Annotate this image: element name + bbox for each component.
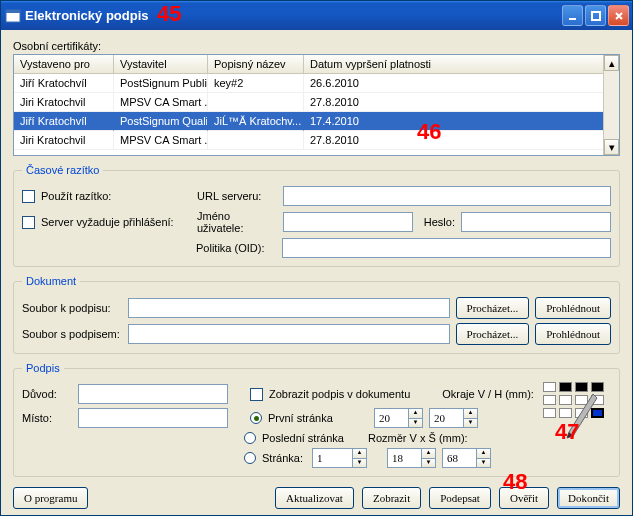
requires-login-label: Server vyžaduje přihlášení:: [41, 216, 191, 228]
browse-sign-button[interactable]: Procházet...: [456, 297, 530, 319]
col-friendly[interactable]: Popisný název: [208, 55, 304, 73]
last-page-label: Poslední stránka: [262, 432, 362, 444]
policy-input[interactable]: [282, 238, 611, 258]
col-expiry[interactable]: Datum vypršení platnosti: [304, 55, 619, 73]
pen-icon: [563, 392, 599, 444]
update-button[interactable]: Aktualizovat: [275, 487, 354, 509]
app-icon: [5, 8, 21, 24]
url-label: URL serveru:: [197, 190, 277, 202]
file-to-sign-label: Soubor k podpisu:: [22, 302, 122, 314]
page-input[interactable]: [312, 448, 352, 468]
page-spinner[interactable]: ▲▼: [312, 448, 367, 468]
spin-up-icon[interactable]: ▲: [476, 448, 491, 458]
spin-down-icon[interactable]: ▼: [476, 458, 491, 469]
maximize-button[interactable]: [585, 5, 606, 26]
table-row[interactable]: Jiri Kratochvil MPSV CA Smart ... 27.8.2…: [14, 131, 619, 150]
page-radio[interactable]: [244, 452, 256, 464]
place-input[interactable]: [78, 408, 228, 428]
username-input[interactable]: [283, 212, 413, 232]
window-root: Elektronický podpis Osobní certifikáty: …: [0, 0, 633, 516]
table-row-selected[interactable]: Jiří Kratochvíl PostSignum Quali... JiĹ™…: [14, 112, 619, 131]
col-issued-to[interactable]: Vystaveno pro: [14, 55, 114, 73]
document-group: Dokument Soubor k podpisu: Procházet... …: [13, 275, 620, 354]
scroll-up-arrow-icon[interactable]: ▴: [604, 55, 619, 71]
table-row[interactable]: Jiri Kratochvil MPSV CA Smart ... 27.8.2…: [14, 93, 619, 112]
window-controls: [562, 5, 629, 26]
spin-up-icon[interactable]: ▲: [408, 408, 423, 418]
margin-h-spinner[interactable]: ▲▼: [429, 408, 478, 428]
first-page-label: První stránka: [268, 412, 368, 424]
place-label: Místo:: [22, 412, 72, 424]
spin-up-icon[interactable]: ▲: [352, 448, 367, 458]
url-input[interactable]: [283, 186, 611, 206]
table-scrollbar[interactable]: ▴ ▾: [603, 55, 619, 155]
view-sign-button[interactable]: Prohlédnout: [535, 297, 611, 319]
bottom-buttons: O programu Aktualizovat Zobrazit Podepsa…: [13, 487, 620, 509]
last-page-radio[interactable]: [244, 432, 256, 444]
show-button[interactable]: Zobrazit: [362, 487, 421, 509]
client-area: Osobní certifikáty: Vystaveno pro Vystav…: [1, 30, 632, 516]
file-with-sig-label: Soubor s podpisem:: [22, 328, 122, 340]
table-row[interactable]: Jiří Kratochvíl PostSignum Publi... key#…: [14, 74, 619, 93]
spin-up-icon[interactable]: ▲: [463, 408, 478, 418]
size-s-spinner[interactable]: ▲▼: [442, 448, 491, 468]
spin-down-icon[interactable]: ▼: [463, 418, 478, 429]
spin-up-icon[interactable]: ▲: [421, 448, 436, 458]
margin-v-spinner[interactable]: ▲▼: [374, 408, 423, 428]
scroll-track[interactable]: [604, 71, 619, 139]
verify-button[interactable]: Ověřit: [499, 487, 549, 509]
policy-label: Politika (OID):: [196, 242, 276, 254]
svg-rect-1: [6, 10, 20, 13]
spin-down-icon[interactable]: ▼: [352, 458, 367, 469]
close-button[interactable]: [608, 5, 629, 26]
show-in-doc-checkbox[interactable]: [250, 388, 263, 401]
show-in-doc-label: Zobrazit podpis v dokumentu: [269, 388, 410, 400]
certificate-table[interactable]: Vystaveno pro Vystavitel Popisný název D…: [13, 54, 620, 156]
margins-label: Okraje V / H (mm):: [442, 388, 534, 400]
reason-input[interactable]: [78, 384, 228, 404]
svg-rect-2: [569, 18, 576, 20]
username-label: Jméno uživatele:: [197, 210, 277, 234]
password-label: Heslo:: [419, 216, 455, 228]
file-to-sign-input[interactable]: [128, 298, 450, 318]
margin-h-input[interactable]: [429, 408, 463, 428]
timestamp-group: Časové razítko Použít razítko: URL serve…: [13, 164, 620, 267]
password-input[interactable]: [461, 212, 611, 232]
page-label: Stránka:: [262, 452, 306, 464]
sign-button[interactable]: Podepsat: [429, 487, 491, 509]
titlebar[interactable]: Elektronický podpis: [1, 1, 632, 30]
about-button[interactable]: O programu: [13, 487, 88, 509]
spin-down-icon[interactable]: ▼: [408, 418, 423, 429]
signature-group: Podpis Důvod: Zobrazit podpis v dokument…: [13, 362, 620, 477]
reason-label: Důvod:: [22, 388, 72, 400]
file-with-sig-input[interactable]: [128, 324, 450, 344]
finish-button[interactable]: Dokončit: [557, 487, 620, 509]
spin-down-icon[interactable]: ▼: [421, 458, 436, 469]
svg-rect-3: [592, 12, 600, 20]
size-label: Rozměr V x Š (mm):: [368, 432, 468, 444]
use-stamp-checkbox[interactable]: [22, 190, 35, 203]
size-v-spinner[interactable]: ▲▼: [387, 448, 436, 468]
table-header: Vystaveno pro Vystavitel Popisný název D…: [14, 55, 619, 74]
view-sig-button[interactable]: Prohlédnout: [535, 323, 611, 345]
first-page-radio[interactable]: [250, 412, 262, 424]
scroll-down-arrow-icon[interactable]: ▾: [604, 139, 619, 155]
certificates-label: Osobní certifikáty:: [13, 40, 620, 52]
margin-v-input[interactable]: [374, 408, 408, 428]
col-issuer[interactable]: Vystavitel: [114, 55, 208, 73]
window-title: Elektronický podpis: [25, 8, 149, 23]
signature-legend: Podpis: [22, 362, 64, 374]
use-stamp-label: Použít razítko:: [41, 190, 191, 202]
size-v-input[interactable]: [387, 448, 421, 468]
browse-sig-button[interactable]: Procházet...: [456, 323, 530, 345]
document-legend: Dokument: [22, 275, 80, 287]
size-s-input[interactable]: [442, 448, 476, 468]
requires-login-checkbox[interactable]: [22, 216, 35, 229]
timestamp-legend: Časové razítko: [22, 164, 103, 176]
minimize-button[interactable]: [562, 5, 583, 26]
